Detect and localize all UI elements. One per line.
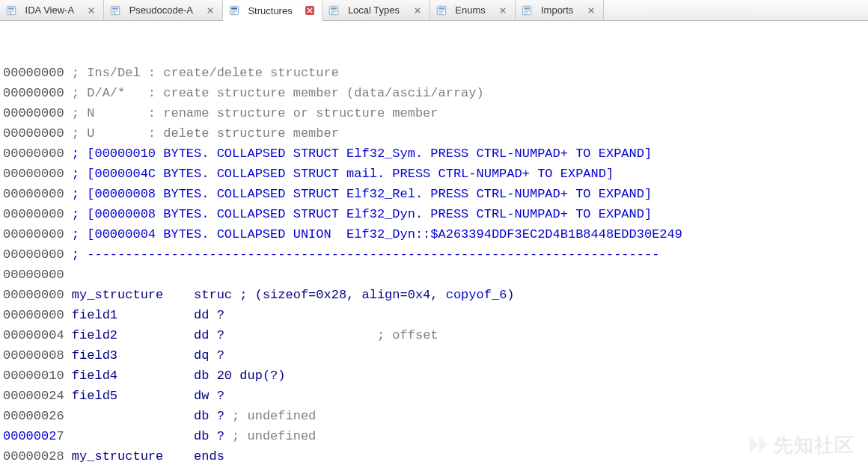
svg-rect-5	[112, 7, 118, 10]
tab-label: Local Types	[345, 4, 402, 16]
tab-label: Pseudocode-A	[126, 4, 195, 16]
tab-icon	[328, 5, 339, 16]
close-icon[interactable]	[498, 6, 507, 15]
code-line[interactable]: 00000000 my_structure struc ; (sizeof=0x…	[3, 285, 865, 305]
tab-label: Structures	[245, 5, 295, 16]
code-line[interactable]: 00000000 ; [00000008 BYTES. COLLAPSED ST…	[3, 184, 865, 204]
tab-icon	[522, 5, 532, 16]
svg-rect-19	[438, 12, 442, 13]
svg-rect-13	[331, 7, 337, 10]
svg-rect-21	[524, 7, 530, 10]
svg-rect-22	[524, 10, 530, 11]
svg-rect-23	[524, 12, 528, 13]
svg-rect-14	[331, 10, 337, 11]
code-line[interactable]: 00000000 ; U : delete structure member	[3, 123, 865, 144]
svg-rect-3	[8, 12, 12, 13]
tab-local-types[interactable]: Local Types	[323, 0, 430, 20]
tab-bar: IDA View-A Pseudocode-A Structures Local…	[0, 0, 868, 21]
svg-rect-17	[438, 7, 444, 10]
code-line[interactable]: 00000000	[3, 265, 865, 285]
tab-label: Enums	[453, 4, 489, 16]
close-icon[interactable]	[413, 6, 422, 15]
svg-rect-20	[523, 6, 531, 14]
code-line[interactable]: 00000000 ; -----------------------------…	[3, 244, 865, 265]
svg-rect-15	[331, 12, 334, 13]
tab-label: IDA View-A	[22, 4, 76, 16]
svg-rect-10	[231, 10, 237, 11]
close-icon[interactable]	[87, 6, 96, 15]
tab-icon	[436, 5, 447, 16]
code-line[interactable]: 00000000 field1 dd ?	[3, 305, 865, 325]
code-line[interactable]: 00000000 ; N : rename structure or struc…	[3, 103, 865, 123]
tab-structures[interactable]: Structures	[223, 1, 323, 21]
tab-icon	[229, 5, 239, 16]
svg-rect-0	[7, 6, 15, 14]
svg-rect-4	[111, 6, 119, 14]
svg-rect-7	[112, 12, 116, 13]
close-icon[interactable]	[206, 6, 215, 15]
svg-rect-18	[438, 10, 444, 11]
code-line[interactable]: 00000028 my_structure ends	[3, 446, 865, 462]
close-icon[interactable]	[305, 6, 314, 15]
svg-rect-9	[231, 7, 237, 10]
code-line[interactable]: 00000027 db ? ; undefined	[3, 426, 865, 446]
close-icon[interactable]	[587, 6, 596, 15]
svg-rect-6	[112, 10, 118, 11]
svg-rect-12	[330, 6, 338, 14]
code-line[interactable]: 00000000 ; [0000004C BYTES. COLLAPSED ST…	[3, 164, 865, 184]
tab-label: Imports	[538, 4, 576, 16]
code-line[interactable]: 00000000 ; [00000008 BYTES. COLLAPSED ST…	[3, 204, 865, 224]
code-line[interactable]: 00000000 ; D/A/* : create structure memb…	[3, 83, 865, 103]
tab-ida-view-a[interactable]: IDA View-A	[0, 0, 104, 20]
code-line[interactable]: 00000004 field2 dd ? ; offset	[3, 325, 865, 345]
code-line[interactable]: 00000008 field3 dq ?	[3, 345, 865, 366]
code-line[interactable]: 00000010 field4 db 20 dup(?)	[3, 366, 865, 386]
tab-pseudocode-a[interactable]: Pseudocode-A	[104, 0, 223, 20]
svg-rect-2	[8, 10, 14, 11]
structures-view[interactable]: 00000000 ; Ins/Del : create/delete struc…	[0, 21, 868, 462]
code-line[interactable]: 00000000 ; Ins/Del : create/delete struc…	[3, 63, 865, 83]
svg-rect-8	[230, 6, 238, 14]
tab-icon	[6, 5, 16, 16]
svg-rect-11	[231, 13, 235, 13]
code-line[interactable]: 00000026 db ? ; undefined	[3, 406, 865, 426]
svg-rect-16	[437, 6, 445, 14]
tab-imports[interactable]: Imports	[516, 0, 604, 20]
code-line[interactable]: 00000024 field5 dw ?	[3, 386, 865, 406]
tab-enums[interactable]: Enums	[430, 0, 516, 20]
tab-icon	[110, 5, 120, 16]
code-line[interactable]: 00000000 ; [00000004 BYTES. COLLAPSED UN…	[3, 224, 865, 244]
svg-rect-1	[8, 7, 14, 10]
code-line[interactable]: 00000000 ; [00000010 BYTES. COLLAPSED ST…	[3, 144, 865, 164]
